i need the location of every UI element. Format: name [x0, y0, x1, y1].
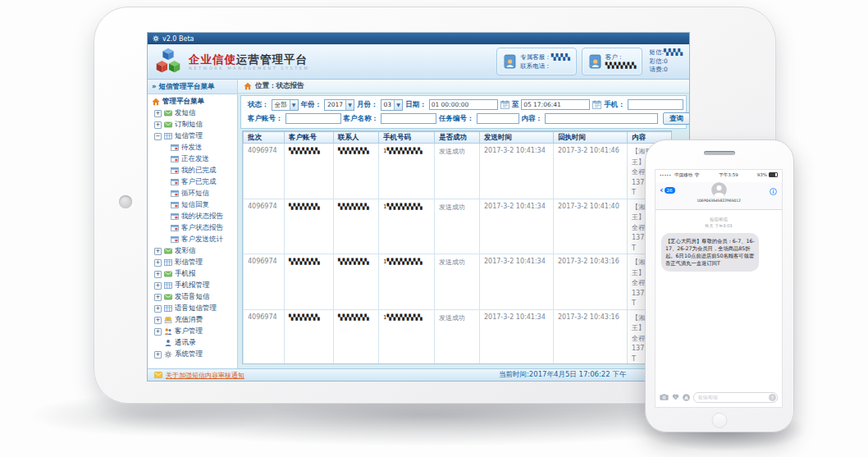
stage: v2.0 Beta 企业信使运营管理平台 NETWORK MANAGEMENT … — [0, 0, 868, 457]
avatar[interactable] — [711, 182, 727, 198]
sidebar-item-19[interactable]: +充值消费 — [148, 314, 237, 326]
mms-balance: 彩信:0 — [649, 57, 683, 66]
expand-icon[interactable]: + — [154, 259, 162, 267]
sidebar-item-15[interactable]: +手机报 — [148, 268, 237, 280]
sidebar-item-4[interactable]: 待发送 — [148, 142, 237, 153]
filter-input-2-2[interactable] — [477, 113, 519, 124]
calendar-icon[interactable] — [592, 100, 601, 109]
chevron-left-icon: ‹ — [660, 186, 664, 194]
expand-icon[interactable]: + — [154, 110, 162, 117]
users-icon — [164, 327, 172, 336]
sidebar-item-11[interactable]: 客户状态报告 — [148, 222, 237, 234]
cell-account: ▚▚▚▚▚▚▚ — [285, 309, 334, 364]
sidebar-item-8[interactable]: 循环短信 — [148, 188, 237, 199]
sidebar-item-0[interactable]: 管理平台菜单 — [148, 96, 237, 107]
camera-icon[interactable] — [660, 394, 669, 400]
filter-input-2-0[interactable] — [286, 113, 341, 124]
sidebar-item-10[interactable]: 我的状态报告 — [148, 211, 237, 222]
grid-icon — [164, 304, 172, 313]
table-row[interactable]: 4096974▚▚▚▚▚▚▚▚▚▚▚▚▚▚1▚▚▚▚▚▚▚▚发送成功2017-3… — [244, 309, 672, 364]
column-header-0[interactable]: 批次 — [244, 132, 285, 144]
calendar-icon[interactable] — [500, 100, 509, 109]
expand-icon[interactable]: + — [154, 121, 162, 129]
table-row[interactable]: 4096974▚▚▚▚▚▚▚▚▚▚▚▚▚▚1▚▚▚▚▚▚▚▚发送成功2017-3… — [244, 144, 672, 199]
column-header-4[interactable]: 是否成功 — [435, 132, 480, 144]
report-table: 批次客户账号联系人手机号码是否成功发送时间回执时间内容4096974▚▚▚▚▚▚… — [242, 130, 672, 364]
cell-send-time: 2017-3-2 10:41:34 — [480, 144, 554, 199]
app-subtitle: NETWORK MANAGEMENT SYSTEM — [189, 66, 309, 71]
sidebar-item-2[interactable]: +订制短信 — [148, 119, 237, 130]
sidebar-item-9[interactable]: 短信回复 — [148, 199, 237, 211]
filter-input-2-1[interactable] — [381, 113, 436, 124]
grid-icon — [164, 132, 172, 140]
info-icon[interactable] — [770, 188, 777, 195]
filter-input-1-3[interactable] — [429, 99, 498, 110]
filter-label-1-5: 手机： — [604, 100, 625, 110]
expand-icon[interactable]: + — [154, 248, 162, 255]
filter-input-1-4[interactable] — [521, 99, 590, 110]
sidebar-item-1[interactable]: +发短信 — [148, 107, 237, 119]
expand-icon[interactable]: + — [154, 282, 162, 290]
expand-icon[interactable]: + — [154, 305, 162, 313]
sidebar-item-label: 通讯录 — [175, 338, 196, 348]
query-button[interactable]: 查询 — [663, 112, 690, 125]
notice-link[interactable]: 关于加强短信内容审核通知 — [166, 371, 244, 380]
expand-icon[interactable]: + — [154, 351, 162, 359]
sidebar-item-3[interactable]: −短信管理 — [148, 130, 237, 142]
column-header-3[interactable]: 手机号码 — [379, 132, 435, 144]
service-info-box: 专属客服：▚▚▚▚联系电话： — [496, 48, 577, 75]
imessage-apps-icon[interactable]: A — [683, 394, 690, 401]
sidebar-item-label: 客户状态报告 — [181, 223, 223, 233]
sidebar-item-label: 循环短信 — [181, 189, 209, 199]
home-button[interactable] — [712, 413, 728, 428]
msg-icon — [171, 144, 179, 152]
expand-icon[interactable]: + — [154, 294, 162, 301]
table-row[interactable]: 4096974▚▚▚▚▚▚▚▚▚▚▚▚▚▚1▚▚▚▚▚▚▚▚发送成功2017-3… — [244, 254, 672, 310]
send-button[interactable]: ↑ — [769, 394, 776, 401]
expand-icon[interactable]: + — [154, 317, 162, 324]
sidebar-item-5[interactable]: 正在发送 — [148, 153, 237, 165]
cell-receipt-time: 2017-3-2 10:41:46 — [554, 144, 628, 199]
sidebar-item-18[interactable]: +语音短信管理 — [148, 303, 237, 314]
filter-input-2-3[interactable] — [545, 113, 658, 124]
expand-icon[interactable]: + — [154, 328, 162, 336]
sidebar-item-17[interactable]: +发语音短信 — [148, 291, 237, 303]
filter-select-1-0[interactable]: 全部▼ — [272, 99, 299, 111]
sidebar-item-6[interactable]: 我的已完成 — [148, 165, 237, 176]
cell-batch: 4096974 — [244, 144, 285, 199]
filter-input-1-5[interactable] — [628, 99, 683, 110]
sidebar-header: » 短信管理平台菜单 — [148, 80, 237, 94]
column-header-2[interactable]: 联系人 — [334, 132, 379, 144]
msg-icon — [171, 201, 179, 209]
message-input[interactable]: 短信/彩信 ↑ — [693, 392, 778, 403]
app-header: 企业信使运营管理平台 NETWORK MANAGEMENT SYSTEM 专属客… — [148, 44, 689, 80]
sidebar-item-14[interactable]: +彩信管理 — [148, 257, 237, 268]
filter-select-1-2[interactable]: 03▼ — [381, 99, 404, 111]
sidebar-item-22[interactable]: +系统管理 — [148, 349, 237, 360]
breadcrumb-label: 位置：状态报告 — [255, 81, 304, 91]
column-header-5[interactable]: 发送时间 — [480, 132, 554, 144]
sidebar-item-7[interactable]: 客户已完成 — [148, 176, 237, 188]
main-panel: 位置：状态报告 状态：全部▼年份：2017▼月份：03▼日期：至手机： 客户账号… — [238, 80, 689, 368]
cell-status: 发送成功 — [435, 254, 480, 310]
contact-book-icon — [588, 54, 601, 69]
table-row[interactable]: 4096974▚▚▚▚▚▚▚▚▚▚▚▚▚▚1▚▚▚▚▚▚▚▚发送成功2017-3… — [244, 199, 672, 254]
mail-icon — [164, 270, 172, 278]
column-header-1[interactable]: 客户账号 — [285, 132, 334, 144]
cell-phone: 1▚▚▚▚▚▚▚▚ — [379, 144, 435, 199]
sidebar-item-13[interactable]: +发彩信 — [148, 245, 237, 257]
expand-icon[interactable]: + — [154, 271, 162, 278]
sidebar-item-12[interactable]: 客户发送统计 — [148, 234, 237, 245]
sidebar-item-16[interactable]: +手机报管理 — [148, 280, 237, 291]
chevron-down-icon: ▼ — [345, 100, 354, 110]
collapse-icon[interactable]: − — [154, 133, 162, 140]
contact-book-icon — [503, 54, 516, 69]
digital-touch-icon[interactable] — [672, 394, 679, 400]
sender-number: 1069043645822965012 — [656, 199, 782, 203]
back-button[interactable]: ‹ 26 — [660, 186, 675, 194]
message-composer: A 短信/彩信 ↑ — [660, 391, 778, 403]
sidebar-item-20[interactable]: +客户管理 — [148, 326, 237, 337]
filter-select-1-1[interactable]: 2017▼ — [324, 99, 354, 111]
column-header-6[interactable]: 回执时间 — [554, 132, 628, 144]
sidebar-item-21[interactable]: 通讯录 — [148, 337, 237, 349]
